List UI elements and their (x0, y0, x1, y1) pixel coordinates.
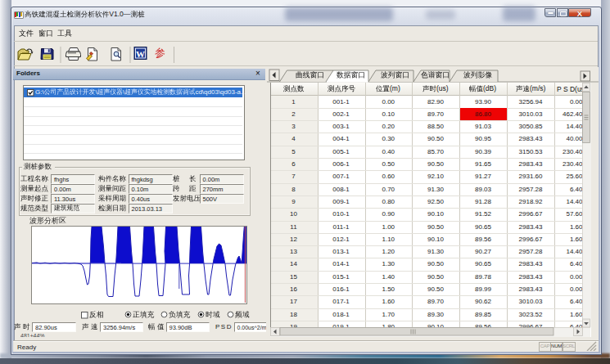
svg-text:(m): (m) (390, 85, 400, 92)
svg-text:W: W (136, 49, 145, 59)
svg-text:(m/s): (m/s) (530, 85, 546, 92)
svg-text:(dB): (dB) (483, 85, 496, 92)
svg-text:(us): (us) (436, 85, 449, 92)
svg-text:cd\qd03\qd03-a...: cd\qd03\qd03-a... (195, 88, 246, 96)
svg-text:G:\: G:\ (35, 88, 44, 96)
svg-text:V1.0—: V1.0— (109, 11, 131, 18)
